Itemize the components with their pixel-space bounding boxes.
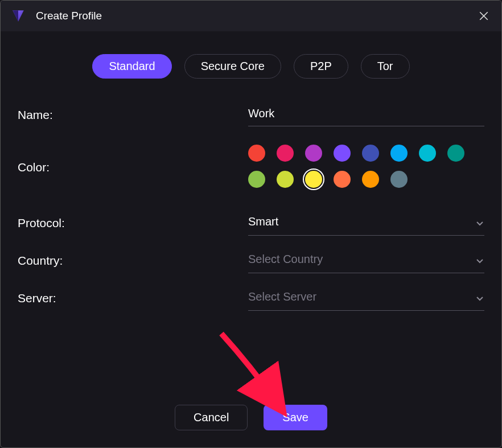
color-row: Color: (18, 145, 484, 188)
server-row: Server: Select Server (18, 289, 484, 311)
tab-tor[interactable]: Tor (361, 54, 410, 79)
country-row: Country: Select Country (18, 252, 484, 273)
tab-p2p[interactable]: P2P (294, 54, 348, 79)
color-swatch[interactable] (390, 171, 408, 188)
color-label: Color: (18, 158, 248, 174)
dialog-title: Create Profile (36, 10, 102, 22)
close-icon[interactable] (476, 9, 491, 23)
color-swatch[interactable] (334, 145, 351, 162)
chevron-down-icon (475, 255, 484, 264)
country-placeholder: Select Country (248, 253, 323, 266)
country-label: Country: (18, 252, 248, 268)
country-select[interactable]: Select Country (248, 252, 484, 273)
color-swatch[interactable] (362, 145, 379, 162)
color-swatch[interactable] (248, 171, 265, 188)
color-swatch[interactable] (305, 145, 322, 162)
server-select[interactable]: Select Server (248, 289, 484, 311)
name-label: Name: (18, 106, 248, 122)
save-button[interactable]: Save (264, 405, 327, 430)
color-swatch[interactable] (362, 171, 379, 188)
color-swatches (248, 145, 484, 188)
color-swatch[interactable] (334, 171, 351, 188)
chevron-down-icon (475, 293, 484, 302)
protocol-select[interactable]: Smart (248, 214, 484, 236)
chevron-down-icon (475, 217, 484, 227)
color-swatch[interactable] (390, 145, 408, 162)
server-placeholder: Select Server (248, 290, 316, 303)
protocol-row: Protocol: Smart (18, 214, 484, 236)
cancel-button[interactable]: Cancel (175, 405, 248, 430)
server-label: Server: (18, 289, 248, 305)
name-input[interactable] (248, 106, 484, 126)
app-logo-icon (11, 9, 26, 23)
dialog-footer: Cancel Save (1, 405, 501, 447)
color-swatch[interactable] (419, 145, 436, 162)
color-swatch[interactable] (277, 171, 294, 188)
protocol-label: Protocol: (18, 214, 248, 230)
color-swatch[interactable] (277, 145, 294, 162)
tab-secure-core[interactable]: Secure Core (184, 54, 281, 79)
protocol-value: Smart (248, 215, 278, 228)
color-swatch[interactable] (305, 171, 322, 188)
profile-type-tabs: Standard Secure Core P2P Tor (18, 54, 484, 79)
name-row: Name: (18, 106, 484, 126)
color-swatch[interactable] (447, 145, 464, 162)
tab-standard[interactable]: Standard (92, 54, 171, 79)
color-swatch[interactable] (248, 145, 265, 162)
titlebar: Create Profile (1, 1, 501, 31)
